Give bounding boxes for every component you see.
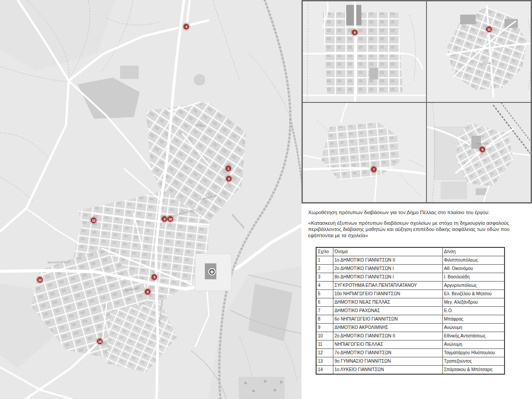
project-quote: «Κατασκευή έξυπνων πρότυπων διαβάσεων σχ… xyxy=(308,220,532,239)
table-row: 14 1ο ΛΥΚΕΙΟ ΓΙΑΝΝΙΤΣΩΝ Σπάρτακου & Μπότ… xyxy=(316,366,505,375)
school-name: 2ο ΔΗΜΟΤΙΚΟ ΓΙΑΝΝΙΤΣΩΝ Ι xyxy=(333,265,442,273)
school-address: Ι. Βασιλειάδη xyxy=(442,273,505,282)
school-name: 10ο ΝΗΠΙΑΓΩΓΕΙΟ ΓΙΑΝΝΙΤΣΩΝ xyxy=(333,290,442,298)
school-address: Μπάφρας xyxy=(442,315,505,324)
school-number: 13 xyxy=(316,357,333,366)
school-number: 11 xyxy=(316,340,333,349)
school-name: 1ο ΛΥΚΕΙΟ ΓΙΑΝΝΙΤΣΩΝ xyxy=(333,366,442,375)
school-number: 4 xyxy=(316,282,333,290)
school-address: Ελ. Βενιζέλου & Μητσού xyxy=(442,290,505,298)
school-number: 12 xyxy=(316,349,333,357)
school-name: ΔΗΜΟΤΙΚΟ ΝΕΑΣ ΠΕΛΛΑΣ xyxy=(333,298,442,307)
school-number: 6 xyxy=(316,298,333,307)
inset-map-rachona xyxy=(302,102,426,203)
school-name: ΔΗΜΟΤΙΚΟ ΑΚΡΟΛΙΜΝΗΣ xyxy=(333,324,442,332)
school-number: 1 xyxy=(316,256,333,265)
inset-map-grid xyxy=(301,0,532,203)
city-map-drawing xyxy=(0,0,301,399)
column-header-address: Δ/νση xyxy=(442,247,505,256)
table-row: 5 10ο ΝΗΠΙΑΓΩΓΕΙΟ ΓΙΑΝΝΙΤΣΩΝ Ελ. Βενιζέλ… xyxy=(316,290,505,298)
project-description: Χωροθέτηση πρότυπων διαβάσεων για τον Δή… xyxy=(308,209,532,239)
school-address: Αθ. Οικονόμου xyxy=(442,265,505,273)
school-number: 8 xyxy=(316,315,333,324)
school-name: 7ο ΔΗΜΟΤΙΚΟ ΓΙΑΝΝΙΤΣΩΝ xyxy=(333,349,442,357)
school-number: 7 xyxy=(316,307,333,315)
school-address: Ταγματάρχου Ηλιόπουλου xyxy=(442,349,505,357)
school-address: Τραπεζούντος xyxy=(442,357,505,366)
table-row: 13 9ο ΓΥΜΝΑΣΙΟ ΓΙΑΝΝΙΤΣΩΝ Τραπεζούντος xyxy=(316,357,505,366)
inset-map-nea-pella xyxy=(302,1,426,102)
school-number: 2 xyxy=(316,265,333,273)
inset-map-pella xyxy=(426,1,531,102)
table-row: 9 ΔΗΜΟΤΙΚΟ ΑΚΡΟΛΙΜΝΗΣ Ανώνυμη xyxy=(316,324,505,332)
table-row: 12 7ο ΔΗΜΟΤΙΚΟ ΓΙΑΝΝΙΤΣΩΝ Ταγματάρχου Ηλ… xyxy=(316,349,505,357)
table-row: 1 1ο ΔΗΜΟΤΙΚΟ ΓΙΑΝΝΙΤΣΩΝ ΙΙ Φιλιππουπόλε… xyxy=(316,256,505,265)
school-name: ΝΗΠΙΑΓΩΓΕΙΟ ΠΕΛΛΑΣ xyxy=(333,340,442,349)
school-address: Ανώνυμη xyxy=(442,340,505,349)
school-number: 10 xyxy=(316,332,333,340)
school-name: ΔΗΜΟΤΙΚΟ ΡΑΧΩΝΑΣ xyxy=(333,307,442,315)
table-row: 2 2ο ΔΗΜΟΤΙΚΟ ΓΙΑΝΝΙΤΣΩΝ Ι Αθ. Οικονόμου xyxy=(316,265,505,273)
school-table: Σχ/λο Όνομα Δ/νση 1 1ο ΔΗΜΟΤΙΚΟ ΓΙΑΝΝΙΤΣ… xyxy=(316,247,505,375)
city-map xyxy=(0,0,301,399)
school-address: Μεγ. Αλεξάνδρου xyxy=(442,298,505,307)
school-number: 3 xyxy=(316,273,333,282)
school-address: Εθνικής Αντιστάσεως xyxy=(442,332,505,340)
school-number: 5 xyxy=(316,290,333,298)
school-name: 8ο ΔΗΜΟΤΙΚΟ ΓΙΑΝΝΙΤΣΩΝ Ι xyxy=(333,273,442,282)
school-name: ΣΥΓΚΡΟΤΗΜΑ ΕΠΑΛ ΠΕΝΤΑΠΛΑΤΑΝΟΥ xyxy=(333,282,442,290)
table-row: 4 ΣΥΓΚΡΟΤΗΜΑ ΕΠΑΛ ΠΕΝΤΑΠΛΑΤΑΝΟΥ Αργυρουπ… xyxy=(316,282,505,290)
school-number: 9 xyxy=(316,324,333,332)
project-heading: Χωροθέτηση πρότυπων διαβάσεων για τον Δή… xyxy=(308,209,532,215)
school-name: 6ο ΝΗΠΙΑΓΩΓΕΙΟ ΓΙΑΝΝΙΤΣΩΝ xyxy=(333,315,442,324)
page: Χωροθέτηση πρότυπων διαβάσεων για τον Δή… xyxy=(0,0,532,399)
table-row: 8 6ο ΝΗΠΙΑΓΩΓΕΙΟ ΓΙΑΝΝΙΤΣΩΝ Μπάφρας xyxy=(316,315,505,324)
school-name: 1ο ΔΗΜΟΤΙΚΟ ΓΙΑΝΝΙΤΣΩΝ ΙΙ xyxy=(333,256,442,265)
school-name: 9ο ΓΥΜΝΑΣΙΟ ΓΙΑΝΝΙΤΣΩΝ xyxy=(333,357,442,366)
school-name: 2ο ΔΗΜΟΤΙΚΟ ΓΙΑΝΝΙΤΣΩΝ ΙΙ xyxy=(333,332,442,340)
column-header-number: Σχ/λο xyxy=(316,247,333,256)
column-header-name: Όνομα xyxy=(333,247,442,256)
table-row: 3 8ο ΔΗΜΟΤΙΚΟ ΓΙΑΝΝΙΤΣΩΝ Ι Ι. Βασιλειάδη xyxy=(316,273,505,282)
school-address: Ε.Ο. xyxy=(442,307,505,315)
school-address: Φιλιππουπόλεως xyxy=(442,256,505,265)
table-header-row: Σχ/λο Όνομα Δ/νση xyxy=(316,247,505,256)
table-row: 11 ΝΗΠΙΑΓΩΓΕΙΟ ΠΕΛΛΑΣ Ανώνυμη xyxy=(316,340,505,349)
table-row: 10 2ο ΔΗΜΟΤΙΚΟ ΓΙΑΝΝΙΤΣΩΝ ΙΙ Εθνικής Αντ… xyxy=(316,332,505,340)
table-row: 7 ΔΗΜΟΤΙΚΟ ΡΑΧΩΝΑΣ Ε.Ο. xyxy=(316,307,505,315)
school-address: Σπάρτακου & Μπότσαρη xyxy=(442,366,505,375)
table-row: 6 ΔΗΜΟΤΙΚΟ ΝΕΑΣ ΠΕΛΛΑΣ Μεγ. Αλεξάνδρου xyxy=(316,298,505,307)
school-number: 14 xyxy=(316,366,333,375)
school-address: Αργυρουπόλεως xyxy=(442,282,505,290)
school-address: Ανώνυμη xyxy=(442,324,505,332)
inset-map-akrolimni xyxy=(426,102,531,203)
